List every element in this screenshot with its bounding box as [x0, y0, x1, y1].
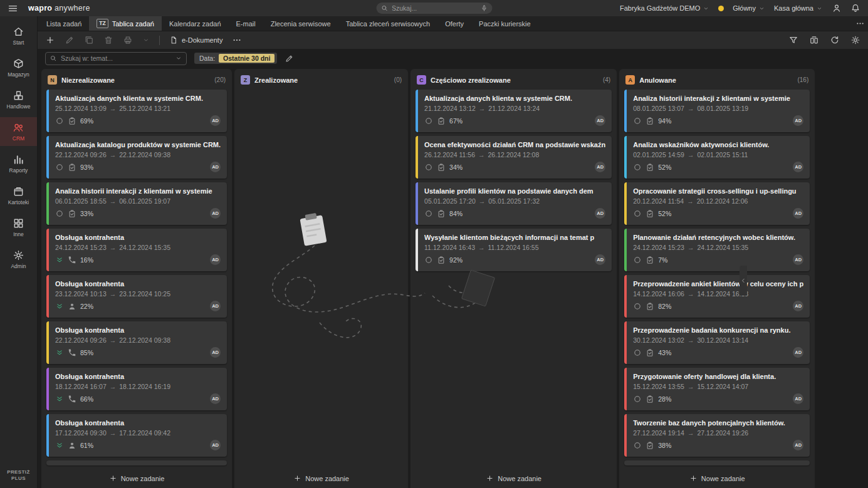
- board-column-z: Z Zrealizowane (0) Nowe zadanie: [234, 69, 408, 488]
- checklist-icon: [646, 302, 654, 311]
- tab-label: Zlecenia serwisowe: [271, 20, 331, 28]
- sidebar-item-crm[interactable]: CRM: [0, 117, 37, 146]
- card-icons: [424, 256, 446, 264]
- task-card[interactable]: Obsługa kontrahenta 18.12.2024 16:07 18.…: [46, 368, 227, 410]
- filter-icon[interactable]: [788, 35, 798, 45]
- print-options-chevron-icon[interactable]: [142, 36, 150, 44]
- edit-filters-icon[interactable]: [285, 54, 294, 63]
- sidebar-item-handlowe[interactable]: Handlowe: [0, 85, 37, 114]
- new-task-button[interactable]: Nowe zadanie: [293, 474, 349, 482]
- circle-icon: [633, 163, 642, 172]
- settings-gear-icon[interactable]: [850, 35, 860, 45]
- microphone-icon[interactable]: [480, 4, 488, 12]
- column-count: (20): [214, 76, 226, 83]
- card-percent: 92%: [449, 256, 463, 264]
- task-card[interactable]: Przeprowadzenie badania konkurencji na r…: [624, 321, 810, 364]
- workspace-menu[interactable]: Główny: [733, 4, 765, 12]
- task-card[interactable]: Wysyłanie klientom bieżących informacji …: [416, 229, 612, 271]
- edit-button[interactable]: [65, 35, 75, 45]
- search-scope-chevron-icon[interactable]: [175, 55, 182, 62]
- sidebar-item-admin[interactable]: Admin: [0, 245, 37, 274]
- task-card[interactable]: Przeprowadzenie ankiet klientów w celu o…: [624, 275, 810, 318]
- task-card[interactable]: Tworzenie baz danych potencjalnych klien…: [624, 414, 810, 457]
- tab-e-mail[interactable]: E-mail: [229, 16, 263, 31]
- edocuments-button[interactable]: e-Dokumenty: [169, 36, 222, 44]
- tab-oferty[interactable]: Oferty: [437, 16, 471, 31]
- task-card-partial[interactable]: [46, 460, 227, 465]
- assignee-avatar: AD: [595, 208, 605, 219]
- sidebar-item-magazyn[interactable]: Magazyn: [0, 53, 37, 82]
- user-avatar-icon[interactable]: [832, 3, 842, 13]
- task-card[interactable]: Obsługa kontrahenta 23.12.2024 10:13 23.…: [46, 275, 227, 318]
- notifications-bell-icon[interactable]: [850, 3, 860, 13]
- task-card[interactable]: Analiza historii interakcji z klientami …: [46, 182, 227, 225]
- card-start-datetime: 30.12.2024 13:02: [633, 336, 684, 344]
- card-start-datetime: 02.01.2025 14:59: [633, 151, 684, 158]
- column-title: Częściowo zrealizowane: [431, 76, 511, 84]
- task-card[interactable]: Obsługa kontrahenta 24.12.2024 15:23 24.…: [46, 229, 227, 271]
- task-card[interactable]: Aktualizacja katalogu produktów w system…: [46, 136, 227, 179]
- task-card[interactable]: Obsługa kontrahenta 22.12.2024 09:26 22.…: [46, 321, 227, 364]
- assignee-avatar: AD: [210, 162, 221, 172]
- new-task-button[interactable]: Nowe zadanie: [486, 474, 541, 482]
- column-footer: Nowe zadanie: [234, 470, 408, 488]
- print-button[interactable]: [123, 35, 133, 45]
- plus-icon: [293, 474, 301, 482]
- plan-line2: PLUS: [0, 475, 37, 482]
- task-card[interactable]: Planowanie działań retencyjnych wobec kl…: [624, 229, 810, 271]
- tab-kalendarz-zadań[interactable]: Kalendarz zadań: [162, 16, 229, 31]
- tab-tablica-zadań[interactable]: TZ Tablica zadań: [89, 16, 162, 31]
- global-search[interactable]: [376, 3, 492, 14]
- task-card[interactable]: Analiza wskaźników aktywności klientów. …: [624, 136, 810, 179]
- column-header: N Niezrealizowane (20): [41, 69, 232, 90]
- duplicate-button[interactable]: [84, 35, 94, 45]
- company-menu[interactable]: Fabryka Gadżetów DEMO: [620, 4, 709, 12]
- tabs-overflow-button[interactable]: [852, 16, 868, 31]
- task-card[interactable]: Ustalanie profili klientów na podstawie …: [416, 182, 612, 225]
- task-card[interactable]: Przygotowanie oferty handlowej dla klien…: [624, 368, 810, 410]
- column-title: Niezrealizowane: [61, 76, 115, 84]
- plan-line1: PRESTIŻ: [0, 469, 37, 475]
- cash-register-name: Kasa główna: [774, 4, 813, 12]
- board-search-input[interactable]: [61, 55, 171, 62]
- board-columns-icon[interactable]: [809, 35, 819, 45]
- card-icons: [633, 163, 654, 172]
- hamburger-menu-icon[interactable]: [8, 3, 18, 14]
- task-card[interactable]: Analiza historii interakcji z klientami …: [624, 90, 810, 132]
- toolbar-more-button[interactable]: [232, 35, 242, 45]
- chevrons-down-icon: [55, 256, 64, 264]
- task-card[interactable]: Opracowanie strategii cross-sellingu i u…: [624, 182, 810, 225]
- task-card[interactable]: Obsługa kontrahenta 17.12.2024 09:30 17.…: [46, 414, 227, 457]
- right-panel-toggle[interactable]: [740, 266, 747, 296]
- date-filter-chip[interactable]: Data: Ostatnie 30 dni: [194, 53, 277, 64]
- tab-lista-zadań[interactable]: Lista zadań: [39, 16, 89, 31]
- new-task-button[interactable]: Nowe zadanie: [689, 474, 745, 482]
- task-card[interactable]: Aktualizacja danych klienta w systemie C…: [416, 90, 612, 132]
- board-search[interactable]: [45, 52, 187, 65]
- person-icon: [68, 302, 76, 311]
- global-search-input[interactable]: [392, 4, 476, 12]
- cash-register-menu[interactable]: Kasa główna: [774, 4, 823, 12]
- tab-zlecenia-serwisowe[interactable]: Zlecenia serwisowe: [263, 16, 338, 31]
- card-footer: 7% AD: [633, 254, 803, 265]
- tab-tablica-zleceń-serwisowych[interactable]: Tablica zleceń serwisowych: [338, 16, 438, 31]
- column-code-badge: A: [625, 75, 635, 85]
- add-task-button[interactable]: [45, 35, 55, 45]
- card-dates: 18.12.2024 16:07 18.12.2024 16:19: [55, 383, 221, 390]
- new-task-button[interactable]: Nowe zadanie: [109, 474, 165, 482]
- checklist-icon: [646, 163, 654, 172]
- refresh-icon[interactable]: [830, 35, 840, 45]
- card-start-datetime: 17.12.2024 09:30: [55, 429, 107, 437]
- app-logo: wapro anywhere: [28, 4, 90, 13]
- sidebar-item-inne[interactable]: Inne: [0, 213, 37, 242]
- sidebar-item-kartoteki[interactable]: Kartoteki: [0, 181, 37, 210]
- task-card[interactable]: Aktualizacja danych klienta w systemie C…: [46, 90, 227, 132]
- task-card[interactable]: Ocena efektywności działań CRM na podsta…: [416, 136, 612, 179]
- task-card-partial[interactable]: [624, 460, 810, 465]
- toolbar-separator: [159, 36, 160, 45]
- delete-button[interactable]: [103, 35, 113, 45]
- tab-paczki-kurierskie[interactable]: Paczki kurierskie: [471, 16, 538, 31]
- sidebar-item-raporty[interactable]: Raporty: [0, 149, 37, 178]
- sidebar-item-start[interactable]: Start: [0, 21, 37, 50]
- chevron-down-icon: [816, 5, 823, 12]
